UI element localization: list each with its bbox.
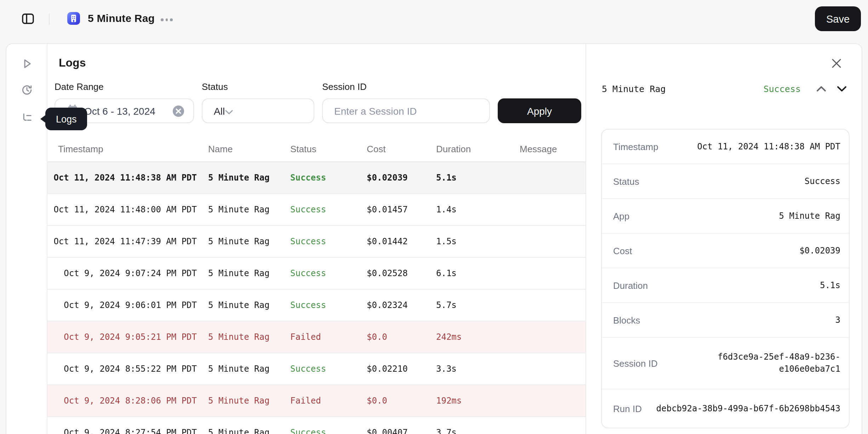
table-header: Timestamp Name Status Cost Duration Mess… bbox=[47, 137, 586, 162]
session-id-filter: Session ID bbox=[322, 81, 490, 123]
detail-row: Timestamp Oct 11, 2024 11:48:38 AM PDT bbox=[602, 130, 849, 164]
detail-label: Session ID bbox=[613, 358, 658, 369]
run-detail-card: Timestamp Oct 11, 2024 11:48:38 AM PDT S… bbox=[601, 129, 850, 428]
table-row[interactable]: Oct 9, 2024 8:27:54 PM PDT 5 Minute Rag … bbox=[47, 417, 586, 434]
detail-value: Oct 11, 2024 11:48:38 AM PDT bbox=[664, 141, 840, 153]
logs-button[interactable] bbox=[17, 109, 36, 129]
cell-name: 5 Minute Rag bbox=[197, 173, 279, 183]
cell-timestamp: Oct 9, 2024 9:07:24 PM PDT bbox=[47, 268, 197, 278]
table-row[interactable]: Oct 11, 2024 11:48:38 AM PDT 5 Minute Ra… bbox=[47, 162, 586, 194]
detail-row: Duration 5.1s bbox=[602, 268, 849, 303]
cell-timestamp: Oct 9, 2024 8:27:54 PM PDT bbox=[47, 428, 197, 434]
cell-duration: 1.4s bbox=[425, 205, 508, 215]
cell-duration: 192ms bbox=[425, 396, 508, 406]
cell-status: Success bbox=[279, 268, 355, 278]
table-row[interactable]: Oct 9, 2024 9:05:21 PM PDT 5 Minute Rag … bbox=[47, 321, 586, 353]
logs-table: Timestamp Name Status Cost Duration Mess… bbox=[47, 137, 586, 434]
clear-date-button[interactable] bbox=[173, 105, 184, 116]
detail-status-badge: Success bbox=[764, 83, 801, 94]
cell-status: Success bbox=[279, 205, 355, 215]
detail-label: App bbox=[613, 211, 629, 221]
session-id-label: Session ID bbox=[322, 81, 490, 92]
cell-timestamp: Oct 11, 2024 11:48:00 AM PDT bbox=[47, 205, 197, 215]
cell-name: 5 Minute Rag bbox=[197, 396, 279, 406]
run-button[interactable] bbox=[17, 55, 36, 74]
column-header-message: Message bbox=[508, 144, 586, 154]
cell-name: 5 Minute Rag bbox=[197, 300, 279, 310]
cell-status: Success bbox=[279, 236, 355, 246]
detail-value: $0.02039 bbox=[638, 245, 840, 257]
table-row[interactable]: Oct 11, 2024 11:47:39 AM PDT 5 Minute Ra… bbox=[47, 226, 586, 258]
next-run-button[interactable] bbox=[836, 83, 847, 94]
detail-value: f6d3ce9a-25ef-48a9-b236-e106e0eba7c1 bbox=[663, 351, 840, 375]
detail-row: App 5 Minute Rag bbox=[602, 199, 849, 234]
panel-left-icon bbox=[21, 12, 34, 28]
table-row[interactable]: Oct 9, 2024 8:55:22 PM PDT 5 Minute Rag … bbox=[47, 353, 586, 385]
date-range-label: Date Range bbox=[55, 81, 194, 92]
previous-run-button[interactable] bbox=[816, 83, 827, 94]
app-window: 5 Minute Rag Save Logs bbox=[0, 0, 868, 434]
cell-timestamp: Oct 9, 2024 8:55:22 PM PDT bbox=[47, 364, 197, 374]
table-row[interactable]: Oct 9, 2024 9:06:01 PM PDT 5 Minute Rag … bbox=[47, 290, 586, 321]
cell-status: Success bbox=[279, 300, 355, 310]
status-select-value: All bbox=[214, 105, 225, 116]
detail-value: 5.1s bbox=[653, 279, 840, 291]
logs-panel-title: Logs bbox=[59, 57, 86, 69]
table-row[interactable]: Oct 9, 2024 9:07:24 PM PDT 5 Minute Rag … bbox=[47, 258, 586, 290]
filters-bar: Date Range Oct 6 - 13, 2024 Status All bbox=[55, 81, 581, 123]
cell-cost: $0.0 bbox=[355, 396, 425, 406]
detail-label: Status bbox=[613, 176, 639, 187]
sidebar-toggle-button[interactable] bbox=[20, 12, 35, 28]
cell-name: 5 Minute Rag bbox=[197, 205, 279, 215]
cell-status: Success bbox=[279, 428, 355, 434]
detail-value: Success bbox=[645, 175, 840, 187]
cell-status: Success bbox=[279, 173, 355, 183]
tool-rail bbox=[6, 44, 47, 434]
detail-row: Blocks 3 bbox=[602, 303, 849, 338]
column-header-timestamp: Timestamp bbox=[47, 144, 197, 154]
detail-row: Session ID f6d3ce9a-25ef-48a9-b236-e106e… bbox=[602, 338, 849, 389]
history-button[interactable] bbox=[17, 81, 36, 101]
cell-name: 5 Minute Rag bbox=[197, 428, 279, 434]
table-row[interactable]: Oct 11, 2024 11:48:00 AM PDT 5 Minute Ra… bbox=[47, 194, 586, 226]
cell-cost: $0.00407 bbox=[355, 428, 425, 434]
cell-timestamp: Oct 9, 2024 9:05:21 PM PDT bbox=[47, 332, 197, 342]
detail-label: Timestamp bbox=[613, 141, 658, 152]
cell-status: Success bbox=[279, 364, 355, 374]
cell-cost: $0.02324 bbox=[355, 300, 425, 310]
more-options-button[interactable] bbox=[161, 18, 172, 21]
detail-value: 5 Minute Rag bbox=[635, 210, 840, 222]
run-detail-panel: 5 Minute Rag Success Timestamp Oct 11, 2… bbox=[586, 44, 863, 434]
apply-button[interactable]: Apply bbox=[498, 98, 581, 123]
detail-value: debcb92a-38b9-499a-b67f-6b2698bb4543 bbox=[647, 402, 840, 415]
cell-duration: 3.7s bbox=[425, 428, 508, 434]
play-icon bbox=[20, 57, 33, 72]
cell-duration: 5.1s bbox=[425, 173, 508, 183]
cell-timestamp: Oct 11, 2024 11:48:38 AM PDT bbox=[47, 173, 197, 183]
detail-label: Run ID bbox=[613, 403, 642, 414]
status-label: Status bbox=[202, 81, 314, 92]
status-select[interactable]: All bbox=[202, 98, 314, 123]
detail-app-name: 5 Minute Rag bbox=[602, 83, 666, 94]
cell-name: 5 Minute Rag bbox=[197, 268, 279, 278]
cell-duration: 5.7s bbox=[425, 300, 508, 310]
column-header-cost: Cost bbox=[355, 144, 425, 154]
detail-value: 3 bbox=[646, 314, 840, 326]
cell-cost: $0.01457 bbox=[355, 205, 425, 215]
cell-timestamp: Oct 9, 2024 8:28:06 PM PDT bbox=[47, 396, 197, 406]
session-id-input[interactable] bbox=[323, 99, 489, 122]
history-clock-icon bbox=[20, 83, 33, 98]
column-header-duration: Duration bbox=[425, 144, 508, 154]
cell-cost: $0.02210 bbox=[355, 364, 425, 374]
cell-cost: $0.02528 bbox=[355, 268, 425, 278]
chevron-down-icon bbox=[837, 83, 847, 94]
save-button[interactable]: Save bbox=[815, 6, 861, 31]
detail-row: Run ID debcb92a-38b9-499a-b67f-6b2698bb4… bbox=[602, 389, 849, 428]
app-icon bbox=[67, 12, 80, 25]
logs-tooltip: Logs bbox=[45, 108, 87, 130]
cell-name: 5 Minute Rag bbox=[197, 236, 279, 246]
table-row[interactable]: Oct 9, 2024 8:28:06 PM PDT 5 Minute Rag … bbox=[47, 385, 586, 417]
header-divider bbox=[49, 13, 50, 25]
logs-panel: Logs Logs Date Range Oct 6 - 13, 2024 bbox=[6, 43, 862, 434]
status-filter: Status All bbox=[202, 81, 314, 123]
